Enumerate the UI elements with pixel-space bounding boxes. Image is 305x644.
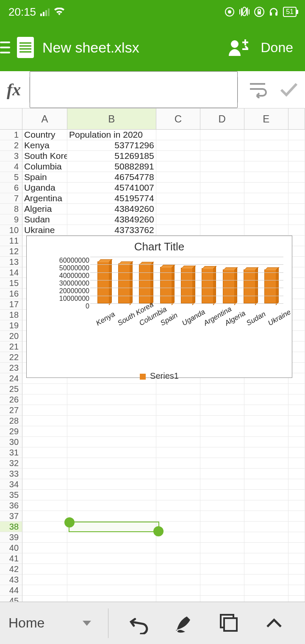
cell-D26[interactable] — [200, 394, 244, 405]
cell-extra-27[interactable] — [288, 405, 305, 416]
cell-extra-33[interactable] — [288, 469, 305, 479]
cell-C1[interactable] — [156, 130, 200, 140]
row-header-8[interactable]: 8 — [0, 204, 22, 214]
cell-extra-26[interactable] — [288, 394, 305, 405]
cell-C35[interactable] — [156, 490, 200, 500]
cell-extra-6[interactable] — [288, 183, 305, 193]
row-header-34[interactable]: 34 — [0, 479, 22, 490]
cell-E40[interactable] — [244, 543, 288, 553]
cell-extra-40[interactable] — [288, 543, 305, 553]
cell-E45[interactable] — [244, 596, 288, 602]
cell-A9[interactable]: Sudan — [22, 214, 67, 225]
cell-D27[interactable] — [200, 405, 244, 416]
cell-C37[interactable] — [156, 511, 200, 522]
cell-D39[interactable] — [200, 532, 244, 543]
row-header-41[interactable]: 41 — [0, 553, 22, 564]
cell-B34[interactable] — [67, 479, 156, 490]
cell-E37[interactable] — [244, 511, 288, 522]
cell-C2[interactable] — [156, 140, 200, 151]
cell-E27[interactable] — [244, 405, 288, 416]
row-header-18[interactable]: 18 — [0, 310, 22, 320]
row-header-6[interactable]: 6 — [0, 183, 22, 193]
cell-E33[interactable] — [244, 469, 288, 479]
cell-extra-32[interactable] — [288, 458, 305, 469]
check-icon[interactable] — [280, 82, 298, 97]
cell-C9[interactable] — [156, 214, 200, 225]
cell-extra-41[interactable] — [288, 553, 305, 564]
cell-B39[interactable] — [67, 532, 156, 543]
cell-E5[interactable] — [244, 172, 288, 183]
cell-E29[interactable] — [244, 426, 288, 437]
cell-A33[interactable] — [22, 469, 67, 479]
cell-A31[interactable] — [22, 447, 67, 458]
cell-C45[interactable] — [156, 596, 200, 602]
cell-E35[interactable] — [244, 490, 288, 500]
cell-C40[interactable] — [156, 543, 200, 553]
row-header-44[interactable]: 44 — [0, 585, 22, 596]
cell-E10[interactable] — [244, 225, 288, 236]
cell-A40[interactable] — [22, 543, 67, 553]
cell-C6[interactable] — [156, 183, 200, 193]
cell-C36[interactable] — [156, 500, 200, 511]
row-header-43[interactable]: 43 — [0, 575, 22, 585]
cell-B1[interactable]: Population in 2020 — [67, 130, 156, 140]
home-tab-button[interactable]: Home — [8, 608, 108, 638]
spreadsheet-grid[interactable]: ABCDE 1CountryPopulation in 20202Kenya53… — [0, 108, 305, 602]
cell-B28[interactable] — [67, 416, 156, 426]
row-header-29[interactable]: 29 — [0, 426, 22, 437]
column-header-A[interactable]: A — [22, 108, 67, 129]
cell-D28[interactable] — [200, 416, 244, 426]
cell-extra-1[interactable] — [288, 130, 305, 140]
wrap-icon[interactable] — [248, 81, 267, 98]
cell-D45[interactable] — [200, 596, 244, 602]
fx-icon[interactable]: fx — [7, 77, 30, 103]
row-header-21[interactable]: 21 — [0, 341, 22, 352]
cell-D42[interactable] — [200, 564, 244, 575]
cell-B2[interactable]: 53771296 — [67, 140, 156, 151]
cell-B31[interactable] — [67, 447, 156, 458]
selection-handle-br[interactable] — [153, 526, 164, 536]
cell-B27[interactable] — [67, 405, 156, 416]
cell-B7[interactable]: 45195774 — [67, 193, 156, 204]
row-header-25[interactable]: 25 — [0, 384, 22, 394]
cell-C26[interactable] — [156, 394, 200, 405]
row-header-15[interactable]: 15 — [0, 278, 22, 289]
cell-B40[interactable] — [67, 543, 156, 553]
cell-A1[interactable]: Country — [22, 130, 67, 140]
cell-D5[interactable] — [200, 172, 244, 183]
undo-icon[interactable] — [128, 612, 150, 634]
cell-E8[interactable] — [244, 204, 288, 214]
cell-A26[interactable] — [22, 394, 67, 405]
cell-C7[interactable] — [156, 193, 200, 204]
cell-D9[interactable] — [200, 214, 244, 225]
cell-extra-2[interactable] — [288, 140, 305, 151]
cell-D32[interactable] — [200, 458, 244, 469]
cell-C4[interactable] — [156, 161, 200, 172]
cell-extra-7[interactable] — [288, 193, 305, 204]
cell-extra-45[interactable] — [288, 596, 305, 602]
cell-E28[interactable] — [244, 416, 288, 426]
column-header-C[interactable]: C — [156, 108, 200, 129]
row-header-17[interactable]: 17 — [0, 299, 22, 310]
row-header-30[interactable]: 30 — [0, 437, 22, 447]
cell-E31[interactable] — [244, 447, 288, 458]
cell-A25[interactable] — [22, 384, 67, 394]
cell-A28[interactable] — [22, 416, 67, 426]
cell-C33[interactable] — [156, 469, 200, 479]
cell-E25[interactable] — [244, 384, 288, 394]
cell-B26[interactable] — [67, 394, 156, 405]
share-user-icon[interactable] — [228, 39, 248, 56]
row-header-9[interactable]: 9 — [0, 214, 22, 225]
cell-D36[interactable] — [200, 500, 244, 511]
cell-D38[interactable] — [200, 522, 244, 532]
cell-A44[interactable] — [22, 585, 67, 596]
cell-A39[interactable] — [22, 532, 67, 543]
cell-C30[interactable] — [156, 437, 200, 447]
row-header-10[interactable]: 10 — [0, 225, 22, 236]
cell-B42[interactable] — [67, 564, 156, 575]
cell-D44[interactable] — [200, 585, 244, 596]
cell-A42[interactable] — [22, 564, 67, 575]
cell-B44[interactable] — [67, 585, 156, 596]
cell-C28[interactable] — [156, 416, 200, 426]
cell-D4[interactable] — [200, 161, 244, 172]
